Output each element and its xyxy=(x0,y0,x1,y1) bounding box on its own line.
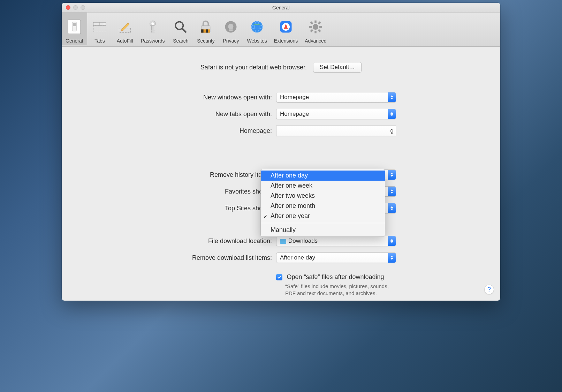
svg-marker-8 xyxy=(122,23,129,31)
svg-point-24 xyxy=(251,21,263,33)
general-icon xyxy=(65,18,83,36)
svg-rect-23 xyxy=(229,29,233,31)
security-icon xyxy=(197,18,215,36)
homepage-trailing-char: g xyxy=(390,127,394,134)
chevron-updown-icon xyxy=(388,187,396,196)
menu-item-after-one-day[interactable]: After one day xyxy=(261,171,385,181)
tab-autofill[interactable]: AutoFill xyxy=(112,12,137,45)
row-open-safe: Open “safe” files after downloading “Saf… xyxy=(76,273,486,297)
autofill-icon xyxy=(116,18,134,36)
svg-rect-12 xyxy=(152,25,154,32)
search-icon xyxy=(172,18,190,36)
chevron-updown-icon xyxy=(388,92,396,102)
homepage-field[interactable]: g xyxy=(276,126,396,136)
tab-label: General xyxy=(66,38,83,44)
label-top-sites: Top Sites shows: xyxy=(76,205,276,212)
tab-general[interactable]: General xyxy=(62,12,87,45)
tab-label: Privacy xyxy=(223,38,239,44)
popup-new-tabs[interactable]: Homepage xyxy=(276,109,396,119)
row-remove-downloads: Remove download list items: After one da… xyxy=(76,252,486,263)
label-remove-downloads: Remove download list items: xyxy=(76,254,276,262)
privacy-icon xyxy=(222,18,240,36)
tab-label: Passwords xyxy=(141,38,165,44)
label-homepage: Homepage: xyxy=(76,127,276,135)
label-new-tabs: New tabs open with: xyxy=(76,111,276,118)
tab-security[interactable]: Security xyxy=(193,12,218,45)
help-icon: ? xyxy=(487,286,491,293)
preferences-toolbar: General + Tabs AutoFill Passwords Search xyxy=(62,13,500,47)
tab-label: Websites xyxy=(247,38,267,44)
preferences-window: General General + Tabs AutoFill Password xyxy=(62,3,500,301)
menu-item-after-one-year[interactable]: ✓ After one year xyxy=(261,211,385,221)
passwords-icon xyxy=(144,18,162,36)
popup-value: After one day xyxy=(280,254,315,261)
menu-item-after-one-week[interactable]: After one week xyxy=(261,181,385,191)
svg-rect-14 xyxy=(152,32,155,33)
popup-remove-downloads[interactable]: After one day xyxy=(276,252,396,263)
chevron-updown-icon xyxy=(388,109,396,119)
popup-value: Downloads xyxy=(288,238,318,244)
menu-item-label: After one year xyxy=(271,212,310,219)
svg-rect-13 xyxy=(152,30,155,31)
svg-point-30 xyxy=(313,24,319,30)
remove-history-menu: After one day After one week After two w… xyxy=(260,169,385,237)
checkmark-icon: ✓ xyxy=(263,213,268,220)
tab-label: Advanced xyxy=(305,38,326,44)
svg-line-35 xyxy=(311,22,313,24)
tab-privacy[interactable]: Privacy xyxy=(218,12,243,45)
set-default-button[interactable]: Set Default… xyxy=(313,62,362,73)
row-new-windows: New windows open with: Homepage xyxy=(76,92,486,103)
window-title: General xyxy=(62,5,500,10)
help-button[interactable]: ? xyxy=(484,285,494,294)
tab-label: AutoFill xyxy=(117,38,133,44)
tab-passwords[interactable]: Passwords xyxy=(137,12,168,45)
svg-line-37 xyxy=(311,30,313,32)
default-browser-text: Safari is not your default web browser. xyxy=(200,64,307,71)
label-favorites: Favorites shows: xyxy=(76,188,276,195)
popup-value: Homepage xyxy=(280,111,309,118)
chevron-updown-icon xyxy=(388,170,396,180)
tab-advanced[interactable]: Advanced xyxy=(301,12,330,45)
svg-rect-22 xyxy=(228,24,234,30)
advanced-icon xyxy=(306,18,325,36)
svg-line-16 xyxy=(182,29,186,32)
default-browser-row: Safari is not your default web browser. … xyxy=(76,62,486,73)
chevron-updown-icon xyxy=(388,236,396,246)
tab-websites[interactable]: Websites xyxy=(243,12,270,45)
content-area: Safari is not your default web browser. … xyxy=(62,47,500,304)
svg-rect-19 xyxy=(202,29,204,32)
popup-download-location[interactable]: Downloads xyxy=(276,236,396,246)
svg-rect-6 xyxy=(93,25,106,32)
extensions-icon xyxy=(277,18,295,36)
chevron-updown-icon xyxy=(388,203,396,213)
menu-item-after-one-month[interactable]: After one month xyxy=(261,201,385,211)
tab-extensions[interactable]: Extensions xyxy=(271,12,301,45)
svg-rect-2 xyxy=(73,23,76,26)
svg-text:+: + xyxy=(103,22,105,26)
popup-new-windows[interactable]: Homepage xyxy=(276,92,396,103)
tab-tabs[interactable]: + Tabs xyxy=(87,12,112,45)
checkbox-label: Open “safe” files after downloading xyxy=(287,273,384,280)
menu-divider xyxy=(261,223,385,223)
row-homepage: Homepage: g xyxy=(76,126,486,136)
row-download-location: File download location: Downloads xyxy=(76,236,486,246)
svg-line-36 xyxy=(319,30,321,32)
menu-item-manually[interactable]: Manually xyxy=(261,225,385,235)
chevron-updown-icon xyxy=(388,253,396,263)
tab-label: Search xyxy=(173,38,188,44)
open-safe-help-text: “Safe” files include movies, pictures, s… xyxy=(276,283,393,297)
svg-line-38 xyxy=(319,22,321,24)
svg-point-11 xyxy=(152,22,154,25)
folder-icon xyxy=(280,239,286,244)
tabs-icon: + xyxy=(91,18,109,36)
label-new-windows: New windows open with: xyxy=(76,94,276,101)
label-download-location: File download location: xyxy=(76,238,276,245)
menu-item-after-two-weeks[interactable]: After two weeks xyxy=(261,191,385,201)
titlebar: General xyxy=(62,3,500,13)
row-new-tabs: New tabs open with: Homepage xyxy=(76,109,486,119)
tab-label: Tabs xyxy=(94,38,105,44)
popup-value: Homepage xyxy=(280,94,309,101)
tab-label: Extensions xyxy=(274,38,298,44)
tab-search[interactable]: Search xyxy=(168,12,193,45)
checkbox-open-safe[interactable]: Open “safe” files after downloading xyxy=(276,273,393,281)
